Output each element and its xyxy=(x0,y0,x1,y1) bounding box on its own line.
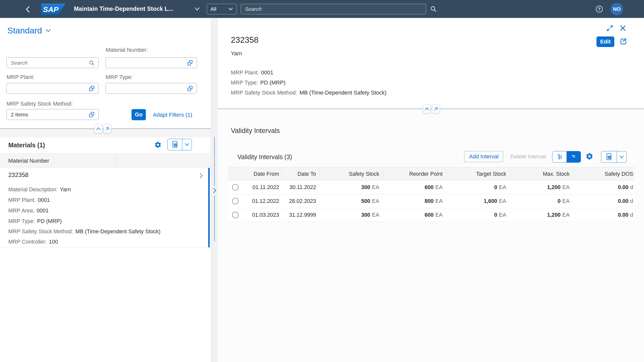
date-to-cell: 31.12.9999 xyxy=(289,212,316,218)
variant-title: Standard xyxy=(7,26,42,35)
back-button[interactable] xyxy=(25,6,31,13)
outline-view-toggle-icon[interactable] xyxy=(552,151,567,162)
mrp-plant-label: MRP Plant: xyxy=(7,74,34,80)
column-header: Safety Stock xyxy=(349,171,379,177)
value-help-icon[interactable] xyxy=(89,112,95,119)
export-menu-chevron-down-icon[interactable] xyxy=(182,139,192,150)
date-to-cell: 30.11.2022 xyxy=(289,184,316,191)
splitter-grip xyxy=(214,137,215,186)
row-select-radio[interactable] xyxy=(232,212,239,218)
target-stock-cell: 0EA xyxy=(494,212,506,218)
add-interval-button[interactable]: Add Interval xyxy=(464,151,503,162)
user-avatar[interactable]: NO xyxy=(611,3,623,15)
export-spreadsheet-icon[interactable] xyxy=(601,151,617,162)
validity-export-button[interactable] xyxy=(601,151,627,163)
material-number-column-header: Material Number xyxy=(8,158,49,164)
material-number-label: Material Number: xyxy=(106,47,148,53)
row-select-radio[interactable] xyxy=(232,184,239,191)
detail-line: MRP Controller:100 xyxy=(8,239,58,245)
help-icon[interactable]: ? xyxy=(595,5,603,13)
table-row[interactable]: 01.12.2022 28.02.2023 500EA 800EA 1,600E… xyxy=(228,194,635,208)
detail-line: MRP Area:0001 xyxy=(8,208,49,214)
export-spreadsheet-icon[interactable] xyxy=(167,139,182,150)
pin-filter-bar-button[interactable] xyxy=(103,124,111,133)
mrp-safety-stock-method-label: MRP Safety Stock Method: xyxy=(7,101,73,107)
safety-stock-cell: 500EA xyxy=(361,198,379,204)
reorder-point-cell: 600EA xyxy=(424,212,443,218)
detail-line: Material Description:Yarn xyxy=(8,187,71,193)
material-list-item[interactable]: 232358 Material Description:Yarn MRP Pla… xyxy=(0,168,211,247)
materials-settings-gear-icon[interactable] xyxy=(154,141,162,149)
shell-bar: SAP Maintain Time-Dependent Stock L... A… xyxy=(0,0,644,18)
svg-text:?: ? xyxy=(598,7,600,12)
mrp-type-input[interactable] xyxy=(106,83,197,94)
splitter-grip xyxy=(214,196,215,241)
pin-header-button[interactable] xyxy=(432,104,440,113)
delete-interval-button[interactable]: Delete Interval xyxy=(510,153,546,160)
value-help-icon[interactable] xyxy=(89,85,95,93)
collapse-filter-bar-button[interactable] xyxy=(94,124,102,133)
target-stock-cell: 0EA xyxy=(494,184,506,191)
search-scope-value: All xyxy=(210,6,216,12)
date-from-cell: 01.11.2022 xyxy=(252,184,279,191)
materials-export-button[interactable] xyxy=(167,139,192,150)
detail-line: MRP Plant:0001 xyxy=(8,197,50,203)
edit-button[interactable]: Edit xyxy=(596,36,614,47)
max-stock-cell: 1,200EA xyxy=(547,212,570,218)
target-stock-cell: 1,600EA xyxy=(484,198,506,204)
attribute-line: MRP Type:PD (MRP) xyxy=(231,79,285,86)
shell-search-input[interactable] xyxy=(241,4,426,14)
pushpin-icon xyxy=(434,107,438,111)
value-help-icon[interactable] xyxy=(187,60,193,67)
safety-dos-cell: 0.00d xyxy=(618,184,633,191)
sap-logo[interactable]: SAP xyxy=(41,4,65,15)
condensed-view-toggle-icon[interactable] xyxy=(567,151,581,162)
chevron-down-icon xyxy=(228,7,233,11)
header-divider xyxy=(218,109,644,109)
export-menu-chevron-down-icon[interactable] xyxy=(617,151,626,162)
materials-table-title: Materials (1) xyxy=(8,142,45,149)
expand-panel-chevron-right-icon[interactable] xyxy=(212,187,217,195)
date-from-cell: 01.03.2023 xyxy=(252,212,279,218)
go-button[interactable]: Go xyxy=(132,109,146,120)
safety-dos-cell: 0.00d xyxy=(618,198,633,204)
chevron-right-icon xyxy=(199,172,203,180)
object-page-content xyxy=(218,109,644,362)
collapse-header-button[interactable] xyxy=(423,104,431,113)
chevron-down-icon xyxy=(46,29,51,32)
column-header: Max. Stock xyxy=(543,171,570,177)
row-select-radio[interactable] xyxy=(232,198,239,204)
enter-fullscreen-icon[interactable] xyxy=(606,24,614,33)
validity-settings-gear-icon[interactable] xyxy=(585,152,593,161)
column-header: Reorder Point xyxy=(409,171,443,177)
filter-search-input[interactable] xyxy=(7,57,99,68)
table-row[interactable]: 01.11.2022 30.11.2022 300EA 600EA 0EA 1,… xyxy=(228,180,635,194)
chevron-up-icon xyxy=(425,107,429,110)
shell-search-icon[interactable] xyxy=(430,6,437,13)
app-title[interactable]: Maintain Time-Dependent Stock L... xyxy=(74,6,173,12)
column-separator xyxy=(116,156,116,166)
mrp-plant-input[interactable] xyxy=(7,83,99,94)
view-toggle[interactable] xyxy=(552,151,581,163)
share-icon[interactable] xyxy=(619,37,628,47)
validity-table-title: Validity Intervals (3) xyxy=(237,153,292,161)
adapt-filters-link[interactable]: Adapt Filters (1) xyxy=(153,112,192,118)
reorder-point-cell: 800EA xyxy=(424,198,443,204)
close-icon[interactable] xyxy=(620,25,626,32)
variant-selector[interactable]: Standard xyxy=(7,26,51,35)
detail-line: MRP Safety Stock Method:MB (Time-Depende… xyxy=(8,229,160,235)
mrp-safety-stock-method-input[interactable] xyxy=(7,109,99,120)
column-header: Date From xyxy=(253,171,279,177)
value-help-icon[interactable] xyxy=(187,85,193,93)
search-scope-select[interactable]: All xyxy=(207,4,237,14)
svg-text:SAP: SAP xyxy=(43,5,59,14)
app-title-chevron-down-icon[interactable] xyxy=(194,7,200,11)
max-stock-cell: 1,200EA xyxy=(547,184,570,191)
date-from-cell: 01.12.2022 xyxy=(252,198,279,204)
table-row[interactable]: 01.03.2023 31.12.9999 300EA 600EA 0EA 1,… xyxy=(228,208,635,222)
material-number-input[interactable] xyxy=(106,57,197,68)
search-icon[interactable] xyxy=(89,60,95,67)
validity-intervals-table: Date From Date To Safety Stock Reorder P… xyxy=(228,167,635,222)
panel-splitter[interactable] xyxy=(211,18,218,362)
column-header: Safety DOS xyxy=(605,171,633,177)
